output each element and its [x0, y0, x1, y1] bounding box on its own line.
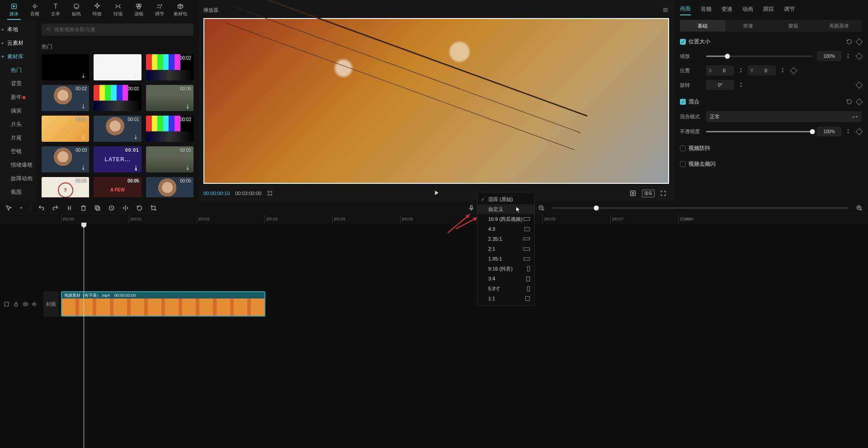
stab-checkbox[interactable]: [680, 145, 686, 151]
download-icon[interactable]: ⭳: [81, 103, 87, 110]
rotate-icon[interactable]: [136, 205, 143, 211]
keyframe-icon[interactable]: [790, 67, 797, 74]
thumb-food[interactable]: 00:05⭳: [146, 146, 193, 173]
side-intro[interactable]: 片头: [0, 117, 36, 131]
fullscreen-icon[interactable]: [660, 190, 666, 196]
grid-view-icon[interactable]: [267, 190, 273, 196]
scale-value[interactable]: 100%: [817, 51, 841, 61]
download-icon[interactable]: ⭳: [133, 134, 140, 140]
thumb-man3[interactable]: 00:05: [146, 177, 193, 197]
subtab-beauty[interactable]: 美颜美体: [816, 20, 862, 32]
thumb-mountain[interactable]: 00:06⭳: [146, 85, 193, 111]
tab-transition[interactable]: 转场: [108, 0, 128, 20]
undo-icon[interactable]: [38, 205, 45, 211]
cover-button[interactable]: 封面: [43, 291, 59, 317]
tab-audio[interactable]: 音频: [24, 0, 45, 20]
ratio-option[interactable]: 2.35:1: [477, 234, 534, 244]
pos-y-input[interactable]: Y0: [748, 65, 776, 75]
download-icon[interactable]: ⭳: [133, 165, 140, 171]
reverse-icon[interactable]: [108, 205, 115, 211]
collapse-icon[interactable]: [4, 301, 9, 307]
pos-checkbox[interactable]: ✓: [680, 39, 686, 45]
thumb-man2[interactable]: 00:01⭳: [94, 116, 141, 142]
thumb-testcard[interactable]: 00:02⭳: [146, 116, 193, 142]
thumb-question[interactable]: 00:05: [42, 177, 89, 197]
ratio-option[interactable]: 适应 (原始): [477, 194, 534, 204]
side-library[interactable]: 素材库: [0, 50, 36, 63]
blend-checkbox[interactable]: ✓: [680, 99, 686, 105]
side-cloud[interactable]: 云素材: [0, 36, 36, 50]
download-icon[interactable]: ⭳: [185, 165, 192, 171]
redo-icon[interactable]: [52, 205, 59, 211]
keyframe-icon[interactable]: [856, 128, 863, 135]
side-hot[interactable]: 热门: [0, 63, 36, 77]
deflicker-checkbox[interactable]: [680, 161, 686, 167]
thumb-later[interactable]: LATER...00:01⭳: [94, 146, 141, 173]
thumb-warm[interactable]: 00:01⭳: [42, 116, 89, 142]
focus-icon[interactable]: [629, 190, 637, 197]
tab-sticker[interactable]: 贴纸: [66, 0, 87, 20]
side-funny[interactable]: 搞笑: [0, 104, 36, 117]
ratio-option[interactable]: 5.8寸: [477, 284, 534, 294]
download-icon[interactable]: ⭳: [81, 165, 87, 171]
mirror-icon[interactable]: [122, 205, 129, 211]
subtab-mask[interactable]: 蒙版: [771, 20, 816, 32]
thumb-man1[interactable]: 00:02⭳: [42, 85, 89, 111]
ratio-option[interactable]: 16:9 (西瓜视频): [477, 214, 534, 224]
tab-pack[interactable]: 素材包: [170, 0, 191, 20]
playhead[interactable]: [84, 224, 84, 448]
thumb-bars2[interactable]: 00:02⭳: [94, 85, 141, 111]
thumb-black[interactable]: ⭳: [42, 54, 89, 80]
download-icon[interactable]: ⭳: [81, 73, 87, 79]
video-clip[interactable]: 视频素材（有字幕）.mp400:00:03:00: [61, 291, 265, 317]
tab-effect[interactable]: 特效: [87, 0, 108, 20]
side-local[interactable]: 本地: [0, 23, 36, 36]
tab-filter[interactable]: 滤镜: [128, 0, 149, 20]
download-icon[interactable]: ⭳: [81, 134, 87, 140]
pointer-icon[interactable]: [5, 205, 12, 211]
blend-mode-select[interactable]: 正常▲▼: [706, 111, 862, 122]
ratio-option[interactable]: 9:16 (抖音): [477, 264, 534, 274]
delete-icon[interactable]: [80, 205, 87, 211]
ptab-track[interactable]: 跟踪: [763, 4, 774, 15]
download-icon[interactable]: ⭳: [133, 73, 140, 79]
zoom-fit-icon[interactable]: [856, 205, 863, 211]
download-icon[interactable]: ⭳: [185, 73, 192, 79]
ratio-option[interactable]: 自定义: [477, 204, 534, 214]
zoom-out-icon[interactable]: [538, 205, 545, 211]
tab-media[interactable]: 媒体: [4, 0, 24, 20]
scale-stepper[interactable]: ▲▼: [846, 53, 850, 59]
ptab-anim[interactable]: 动画: [742, 4, 753, 15]
thumb-white[interactable]: ⭳: [94, 54, 141, 80]
ratio-option[interactable]: 4:3: [477, 224, 534, 234]
menu-icon[interactable]: [662, 6, 669, 14]
mic-icon[interactable]: [468, 205, 475, 211]
ptab-adjust[interactable]: 调节: [784, 4, 795, 15]
subtab-basic[interactable]: 基础: [680, 20, 726, 32]
scale-slider[interactable]: [706, 56, 812, 57]
side-mood[interactable]: 氛围: [0, 185, 36, 199]
rotation-input[interactable]: 0°: [706, 80, 734, 90]
download-icon[interactable]: ⭳: [185, 103, 192, 110]
opacity-slider[interactable]: [706, 131, 812, 132]
ratio-option[interactable]: 1.85:1: [477, 254, 534, 264]
side-empty[interactable]: 空镜: [0, 145, 36, 158]
side-glitch[interactable]: 故障动画: [0, 172, 36, 185]
ratio-option[interactable]: 1:1: [477, 294, 534, 303]
lock-icon[interactable]: [13, 301, 19, 307]
crop-icon[interactable]: [150, 205, 157, 211]
keyframe-icon[interactable]: [856, 38, 863, 46]
tab-adjust[interactable]: 调节: [149, 0, 170, 20]
timeline[interactable]: 封面 视频素材（有字幕）.mp400:00:03:00: [0, 224, 868, 448]
reset-icon[interactable]: [846, 39, 852, 45]
mute-icon[interactable]: [32, 301, 38, 307]
timeline-ruler[interactable]: |00:00 |00:01 |00:02 |00:03 |00:04 |00:0…: [0, 215, 868, 224]
ptab-speed[interactable]: 变速: [722, 4, 732, 15]
thumb-woman[interactable]: 00:03⭳: [42, 146, 89, 173]
side-newyear[interactable]: 新年: [0, 90, 36, 104]
copy-icon[interactable]: [94, 205, 101, 211]
tab-text[interactable]: 文本: [45, 0, 66, 20]
subtab-cutout[interactable]: 抠像: [726, 20, 771, 32]
video-preview[interactable]: [203, 18, 669, 184]
search-input[interactable]: 搜索视频场景/元素: [42, 23, 193, 36]
